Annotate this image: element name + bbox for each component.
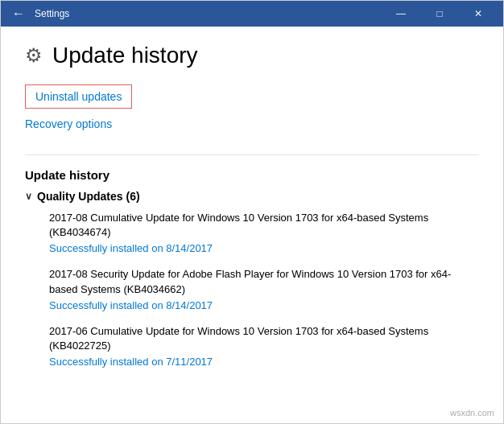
content-area: ⚙ Update history Uninstall updates Recov… xyxy=(1,27,503,423)
quality-updates-group: ∨ Quality Updates (6) 2017-08 Cumulative… xyxy=(25,190,479,368)
settings-window: ← Settings — □ ✕ ⚙ Update history Uninst… xyxy=(0,0,504,424)
titlebar-title: Settings xyxy=(35,8,382,19)
update-status[interactable]: Successfully installed on 8/14/2017 xyxy=(49,299,479,311)
watermark: wsxdn.com xyxy=(450,408,494,418)
recovery-options-link[interactable]: Recovery options xyxy=(25,117,112,130)
window-controls: — □ ✕ xyxy=(382,1,497,27)
group-header[interactable]: ∨ Quality Updates (6) xyxy=(25,190,479,203)
update-item: 2017-06 Cumulative Update for Windows 10… xyxy=(25,324,479,368)
minimize-button[interactable]: — xyxy=(382,1,419,27)
update-status[interactable]: Successfully installed on 8/14/2017 xyxy=(49,242,479,254)
uninstall-updates-link[interactable]: Uninstall updates xyxy=(25,84,132,109)
back-icon: ← xyxy=(12,6,25,21)
group-title: Quality Updates (6) xyxy=(37,190,140,203)
titlebar: ← Settings — □ ✕ xyxy=(1,1,503,27)
page-header: ⚙ Update history xyxy=(25,43,479,68)
update-name: 2017-08 Cumulative Update for Windows 10… xyxy=(49,211,479,240)
update-status[interactable]: Successfully installed on 7/11/2017 xyxy=(49,356,479,368)
update-item: 2017-08 Security Update for Adobe Flash … xyxy=(25,267,479,311)
update-name: 2017-08 Security Update for Adobe Flash … xyxy=(49,267,479,296)
section-title: Update history xyxy=(25,168,479,182)
maximize-button[interactable]: □ xyxy=(421,1,458,27)
update-name: 2017-06 Cumulative Update for Windows 10… xyxy=(49,324,479,353)
divider xyxy=(25,154,479,155)
close-button[interactable]: ✕ xyxy=(460,1,497,27)
gear-icon: ⚙ xyxy=(25,44,43,67)
update-item: 2017-08 Cumulative Update for Windows 10… xyxy=(25,211,479,254)
update-history-section: Update history ∨ Quality Updates (6) 201… xyxy=(25,168,479,368)
chevron-down-icon: ∨ xyxy=(25,191,32,202)
page-title: Update history xyxy=(52,43,198,68)
back-button[interactable]: ← xyxy=(7,2,30,25)
